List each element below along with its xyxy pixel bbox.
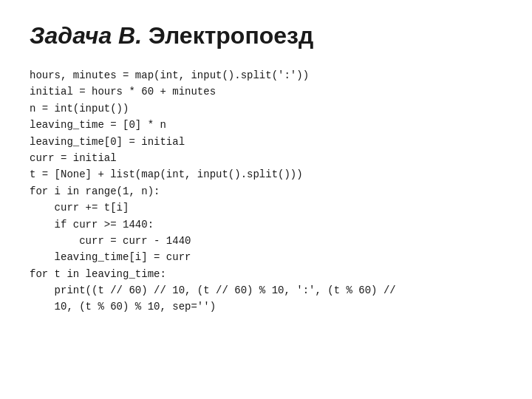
page-title: Задача В. Электропоезд	[30, 22, 502, 50]
title-main-part: Электропоезд	[142, 22, 313, 49]
page-container: Задача В. Электропоезд hours, minutes = …	[0, 0, 532, 399]
title-task-part: Задача В.	[30, 22, 142, 49]
code-block: hours, minutes = map(int, input().split(…	[30, 67, 502, 316]
